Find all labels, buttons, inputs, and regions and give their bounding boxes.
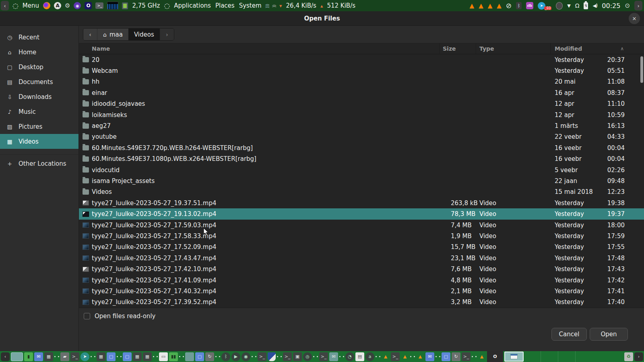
file-row[interactable]: 20 Yesterday 20:37 — [79, 54, 644, 65]
file-row[interactable]: einar 16 apr 08:37 — [79, 87, 644, 98]
tray-oval-icon[interactable] — [556, 2, 563, 10]
search-icon[interactable]: A — [54, 2, 61, 9]
file-row[interactable]: 60.Minutes.S49E37.1080p.WEB.x264-WEBSTER… — [79, 154, 644, 165]
file-row[interactable]: vidocutid 5 veebr 02:26 — [79, 165, 644, 175]
sidebar-item-music[interactable]: ♪ Music — [0, 104, 78, 119]
menu-logo-icon[interactable]: ◌ — [12, 2, 19, 10]
cpu-frequency[interactable]: 2,75 GHz — [132, 2, 160, 9]
task-screenshot-tool[interactable]: ▢ — [107, 352, 116, 361]
file-row[interactable]: Webcam Yesterday 05:51 — [79, 65, 644, 76]
vlc-tray-icon-1[interactable]: ▲ — [470, 2, 475, 9]
task-vlc[interactable]: ▲ — [401, 352, 409, 361]
task-terminal[interactable]: >_ — [258, 352, 266, 361]
file-row[interactable]: tyye27_luulke-2023-05-27_17.59.03.mp4 7,… — [79, 220, 644, 230]
task-terminal[interactable]: >_ — [319, 352, 328, 361]
task-terminal[interactable]: >_ — [70, 352, 79, 361]
file-row[interactable]: loikamiseks 12 apr 10:59 — [79, 109, 644, 120]
task-screenshot-tool[interactable]: ▢ — [195, 352, 204, 361]
task-window-teal[interactable] — [11, 352, 23, 361]
task-recycle-box[interactable]: ↻ — [452, 352, 460, 361]
vlc-tray-icon-3[interactable]: ▲ — [488, 2, 493, 9]
net-up-rate[interactable]: 512 KiB/s — [326, 2, 356, 9]
task-green-pair[interactable]: ▮▮ — [169, 352, 178, 361]
task-terminal[interactable]: >_ — [462, 352, 471, 361]
battery-icon[interactable]: ↯ — [584, 2, 588, 9]
vertical-scrollbar-thumb[interactable] — [640, 56, 643, 83]
open-button[interactable]: Open — [590, 328, 628, 341]
readonly-checkbox[interactable] — [84, 313, 90, 319]
power-icon[interactable]: ⊙ — [625, 2, 630, 9]
task-media-play[interactable]: ▶ — [231, 352, 240, 361]
panel-back-button[interactable]: ‹ — [1, 1, 9, 10]
file-row[interactable]: youtube 22 veebr 04:33 — [79, 132, 644, 142]
file-row[interactable]: tyye27_luulke-2023-05-27_17.39.52.mp4 3,… — [79, 297, 644, 308]
sidebar-item-recent[interactable]: ◷ Recent — [0, 30, 78, 45]
applications-menu-icon[interactable]: ◌ — [164, 2, 170, 10]
audio-levels-icon[interactable]: ıllı — [526, 2, 533, 9]
task-terminal[interactable]: >_ — [283, 352, 292, 361]
sidebar-item-downloads[interactable]: ⇩ Downloads — [0, 89, 78, 104]
tor-browser-icon[interactable]: ◉ — [74, 2, 81, 9]
file-row[interactable]: tyye27_luulke-2023-05-27_17.40.32.mp4 2,… — [79, 286, 644, 296]
taskbar-trash[interactable]: ♻ — [624, 352, 633, 361]
taskbar-back-button[interactable]: ‹ — [1, 352, 10, 361]
dropdown-arrow-icon[interactable]: ▼ — [567, 3, 570, 8]
clock[interactable]: 00:25 — [602, 2, 620, 10]
sidebar-item-desktop[interactable]: ▢ Desktop — [0, 60, 78, 74]
wifi-icon[interactable]: (( — [272, 4, 277, 7]
task-recycle-box[interactable]: ↻ — [205, 352, 214, 361]
file-row[interactable]: tyye27_luulke-2023-05-27_17.43.47.mp4 23… — [79, 253, 644, 263]
file-row[interactable]: aeg27 1 märts 16:13 — [79, 120, 644, 131]
task-laptop[interactable]: ▭ — [159, 352, 168, 361]
task-monitor[interactable]: ▣ — [293, 352, 302, 361]
places-menu[interactable]: Places — [215, 2, 235, 9]
task-vlc[interactable]: ▲ — [416, 352, 424, 361]
task-phone-app[interactable]: ▮ — [24, 352, 33, 361]
task-bluetooth[interactable]: ᛒ — [221, 352, 230, 361]
file-row[interactable]: tyye27_luulke-2023-05-27_17.42.10.mp4 7,… — [79, 263, 644, 274]
vlc-tray-icon-2[interactable]: ▲ — [479, 2, 483, 9]
file-row[interactable]: tyye27_luulke-2023-05-27_17.58.33.mp4 1,… — [79, 230, 644, 241]
task-opera[interactable]: O — [487, 351, 503, 362]
file-row[interactable]: tyye27_luulke-2023-05-27_19.37.51.mp4 26… — [79, 197, 644, 208]
task-mail-app[interactable]: ✉ — [34, 352, 43, 361]
column-header-type[interactable]: Type — [476, 43, 551, 54]
sidebar-item-videos[interactable]: ▦ Videos — [0, 134, 78, 149]
close-icon[interactable]: ✕ — [629, 13, 640, 24]
sidebar-item-pictures[interactable]: ▨ Pictures — [0, 119, 78, 134]
gear-icon[interactable]: ⚙ — [65, 2, 70, 9]
breadcrumb-home-segment[interactable]: ⌂ maa — [97, 29, 128, 40]
task-teal-window[interactable] — [185, 352, 194, 361]
task-vlc[interactable]: ▲ — [382, 352, 390, 361]
task-folder[interactable]: ▰ — [60, 352, 69, 361]
opera-icon[interactable]: O — [85, 2, 92, 9]
terminal-icon[interactable]: >_ — [95, 2, 103, 9]
task-keyboard[interactable]: ▤ — [355, 352, 364, 361]
network-signal-icon[interactable]: ((( — [265, 4, 270, 8]
task-circle-app[interactable]: ◎ — [303, 352, 312, 361]
system-menu[interactable]: System — [239, 2, 262, 9]
file-row[interactable]: Videos 15 mai 2018 12:23 — [79, 187, 644, 197]
notifications-bell-icon[interactable]: Ω — [575, 2, 580, 9]
breadcrumb-back-button[interactable]: ‹ — [83, 29, 97, 40]
task-vlc[interactable]: ▲ — [478, 352, 486, 361]
file-row[interactable]: 60.Minutes.S49E37.720p.WEB.h264-WEBSTER[… — [79, 142, 644, 153]
task-video-folder[interactable]: ▦ — [44, 352, 53, 361]
net-down-rate[interactable]: 26,4 KiB/s — [286, 2, 317, 9]
applications-menu[interactable]: Applications — [173, 2, 211, 9]
column-header-modified[interactable]: Modified ∧ — [551, 43, 644, 54]
column-header-name[interactable]: Name — [79, 43, 440, 54]
file-row[interactable]: hh 20 mai 11:08 — [79, 76, 644, 87]
task-terminal[interactable]: >_ — [391, 352, 400, 361]
cancel-button[interactable]: Cancel — [551, 328, 587, 341]
task-screenshot-tool[interactable]: ▢ — [123, 352, 132, 361]
task-shield[interactable] — [268, 352, 276, 361]
file-row[interactable]: idioodid_sojavaes 12 apr 11:10 — [79, 99, 644, 109]
file-row[interactable]: tyye27_luulke-2023-05-27_17.52.09.mp4 15… — [79, 242, 644, 253]
task-screenshot-tool[interactable]: ▢ — [442, 352, 450, 361]
sidebar-item-documents[interactable]: ▤ Documents — [0, 74, 78, 89]
task-recorder[interactable]: ◉ — [242, 352, 250, 361]
panel-expand-button[interactable]: › — [634, 1, 642, 10]
vlc-tray-icon-4[interactable]: ▲ — [497, 2, 502, 9]
column-header-size[interactable]: Size — [440, 43, 476, 54]
